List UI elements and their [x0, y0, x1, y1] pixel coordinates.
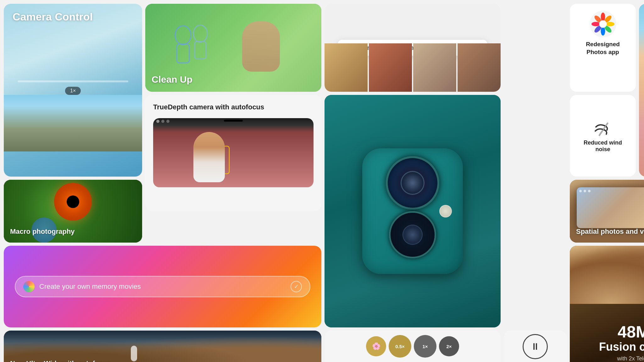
svg-point-11 — [591, 22, 600, 26]
fusion-camera-tile: 48MP Fusion camera with 2x Telephoto — [570, 246, 644, 362]
photos-app-icon — [590, 11, 616, 37]
canyon-background — [570, 246, 644, 304]
truedepth-content: TrueDepth camera with autofocus — [145, 95, 321, 195]
camera-module — [362, 148, 463, 274]
spatial-tile: Spatial photos and videos — [570, 180, 644, 243]
phone-notch — [224, 120, 243, 122]
camera-control-title: Camera Control — [13, 11, 93, 23]
spatial-screen — [577, 187, 644, 228]
clean-up-label: Clean Up — [152, 73, 192, 85]
four-lenses-content: 🌸 0.5× 1× 2× Four lenses in your pocket — [325, 331, 501, 362]
iphone-camera-bg — [325, 95, 501, 327]
photo-result-3 — [413, 43, 456, 92]
svg-point-0 — [175, 26, 191, 45]
memory-input-text: Create your own memory movies — [39, 282, 286, 291]
fusion-background: 48MP Fusion camera with 2x Telephoto — [570, 246, 644, 362]
svg-point-7 — [606, 22, 614, 26]
photo-result-4 — [458, 43, 501, 92]
photo-result-2 — [369, 43, 412, 92]
pause-button[interactable]: ⏸ — [523, 334, 548, 359]
natural-language-tile: 🔍 Natural language search × — [325, 4, 501, 92]
pause-video-content: ⏸ Pause video recording — [504, 331, 567, 362]
portrait-person-bg — [639, 4, 644, 177]
svg-point-13 — [599, 20, 607, 28]
truedepth-tile: TrueDepth camera with autofocus — [145, 95, 321, 211]
fusion-text-block: 48MP Fusion camera with 2x Telephoto — [570, 324, 644, 362]
secondary-camera-lens — [389, 211, 436, 258]
memory-movies-tile: Create your own memory movies ✓ — [4, 246, 321, 327]
macro-tile: Macro photography — [4, 180, 142, 243]
macro-lens-button[interactable]: 🌸 — [366, 336, 386, 356]
truedepth-title: TrueDepth camera with autofocus — [153, 103, 314, 112]
truedepth-phone-screen — [153, 118, 314, 187]
phone-control-dot2 — [161, 120, 164, 123]
ultrawide-person — [131, 346, 137, 361]
portraits-tile: Next-generation portraits with Focus and… — [639, 4, 644, 177]
half-x-lens-button[interactable]: 0.5× — [389, 335, 411, 358]
1x-lens-button[interactable]: 1× — [414, 335, 436, 358]
frog-eye — [54, 183, 92, 221]
pause-video-tile: ⏸ Pause video recording — [504, 331, 567, 362]
svg-point-9 — [601, 27, 605, 36]
iphone-center-tile — [325, 95, 501, 327]
camera-control-tile: Camera Control 1× — [4, 4, 142, 177]
wind-noise-label: Reduced wind noise — [576, 140, 630, 153]
wind-noise-icon — [593, 119, 613, 140]
toolbar-dot-3 — [588, 190, 591, 192]
macro-label: Macro photography — [10, 227, 75, 236]
ultra-landscape-bg — [4, 331, 321, 362]
four-lenses-tile: 🌸 0.5× 1× 2× Four lenses in your pocket — [325, 331, 501, 362]
toolbar-dot-1 — [579, 190, 582, 192]
nl-search-background: 🔍 Natural language search × — [325, 4, 501, 92]
photos-app-tile: RedesignedPhotos app — [570, 4, 636, 92]
memory-input-bar[interactable]: Create your own memory movies ✓ — [15, 276, 310, 297]
svg-point-5 — [601, 13, 605, 21]
fusion-48mp-text: 48MP — [570, 324, 644, 340]
main-camera-lens — [386, 156, 439, 210]
search-results-photos — [325, 43, 501, 92]
spatial-label: Spatial photos and videos — [576, 227, 644, 236]
wind-noise-tile: Reduced wind noise — [570, 95, 636, 177]
flash-module — [439, 205, 452, 217]
lens-buttons-row: 🌸 0.5× 1× 2× — [366, 335, 459, 358]
phone-controls — [156, 120, 169, 123]
landscape-image — [4, 95, 142, 151]
spatial-toolbar — [579, 190, 591, 192]
person-silhouette — [193, 132, 225, 182]
phone-control-dot3 — [166, 120, 169, 123]
svg-point-2 — [193, 25, 207, 42]
photo-result-1 — [325, 43, 368, 92]
photos-app-title: RedesignedPhotos app — [570, 41, 636, 56]
wind-noise-content: Reduced wind noise — [570, 95, 636, 177]
clean-up-tile: Clean Up — [145, 4, 321, 92]
fusion-camera-text: Fusion camera — [570, 340, 644, 354]
zoom-indicator: 1× — [65, 87, 81, 95]
memory-movies-content: Create your own memory movies ✓ — [4, 246, 321, 327]
svg-rect-1 — [177, 44, 189, 63]
zoom-slider[interactable] — [18, 80, 128, 82]
fusion-sub-text: with 2x Telephoto — [570, 355, 644, 362]
toolbar-dot-2 — [584, 190, 586, 192]
2x-lens-button[interactable]: 2× — [439, 336, 459, 356]
siri-icon — [23, 281, 35, 292]
phone-control-dot — [156, 120, 159, 123]
ultrawide-label: New Ultra Wide with autofocus — [10, 359, 111, 362]
svg-rect-3 — [195, 41, 206, 59]
photos-icon-container: RedesignedPhotos app — [570, 4, 636, 56]
memory-confirm-button[interactable]: ✓ — [291, 281, 302, 292]
ultrawide-tile: New Ultra Wide with autofocus — [4, 331, 321, 362]
spatial-screen-content — [577, 187, 644, 228]
